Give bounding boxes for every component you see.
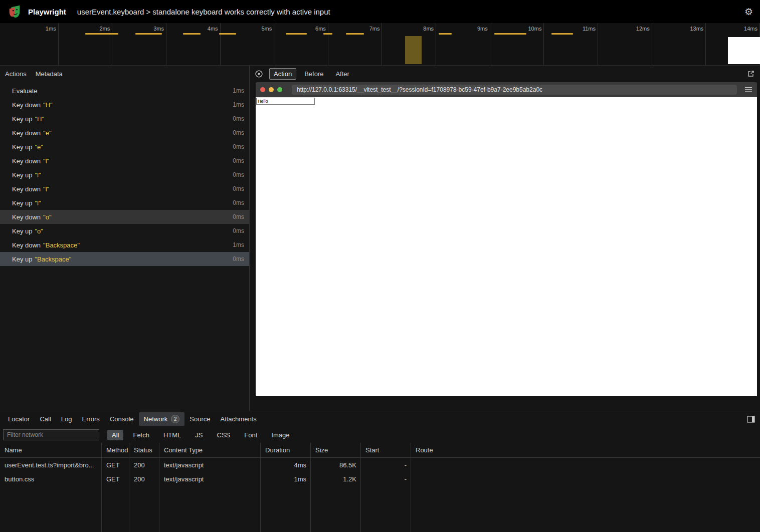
timeline-tick-label: 12ms: [636, 26, 650, 32]
timeline-cell[interactable]: 7ms: [328, 23, 383, 65]
snapshot-tab-action[interactable]: Action: [269, 68, 296, 80]
network-request-row[interactable]: button.cssGET200text/javascript1ms1.2K-: [0, 472, 760, 486]
action-duration: 1ms: [233, 101, 244, 108]
timeline-selected-range[interactable]: [405, 36, 422, 64]
tab-console[interactable]: Console: [105, 413, 139, 425]
snapshot-tab-before[interactable]: Before: [300, 69, 327, 79]
action-list-item[interactable]: Key up"l"0ms: [0, 168, 249, 182]
timeline-action-marker: [219, 33, 236, 35]
timeline-cell[interactable]: 6ms: [274, 23, 328, 65]
action-list-item[interactable]: Evaluate1ms: [0, 84, 249, 98]
timeline-cell[interactable]: 10ms: [490, 23, 544, 65]
column-header-name[interactable]: Name: [0, 443, 102, 457]
action-list-item[interactable]: Key up"l"0ms: [0, 196, 249, 210]
tab-call[interactable]: Call: [35, 413, 56, 425]
tab-source[interactable]: Source: [184, 413, 215, 425]
timeline-cell[interactable]: 11ms: [544, 23, 598, 65]
action-duration: 0ms: [233, 143, 244, 150]
action-key-value: "Backspace": [43, 241, 80, 249]
filter-css[interactable]: CSS: [213, 430, 235, 440]
timeline-cell[interactable]: 9ms: [436, 23, 490, 65]
column-header-size[interactable]: Size: [311, 443, 361, 457]
pick-locator-target-icon[interactable]: [255, 70, 263, 78]
page-text-input[interactable]: [256, 98, 315, 105]
column-header-status[interactable]: Status: [129, 443, 159, 457]
tab-label: Errors: [82, 415, 99, 423]
action-list-item[interactable]: Key up"Backspace"0ms: [0, 252, 249, 266]
action-label: Key down: [12, 101, 41, 109]
action-list-item[interactable]: Key down"l"0ms: [0, 154, 249, 168]
tab-metadata[interactable]: Metadata: [35, 69, 64, 79]
settings-gear-icon[interactable]: ⚙: [744, 7, 753, 17]
tab-network[interactable]: Network2: [139, 412, 185, 426]
panel-layout-toggle-icon[interactable]: [747, 416, 755, 423]
tab-locator[interactable]: Locator: [3, 413, 35, 425]
timeline-cell[interactable]: 5ms: [221, 23, 275, 65]
action-list-item[interactable]: Key down"H"1ms: [0, 98, 249, 112]
actions-panel: Actions Metadata Evaluate1msKey down"H"1…: [0, 66, 250, 411]
action-label: Key down: [12, 241, 41, 249]
column-header-content-type[interactable]: Content Type: [159, 443, 261, 457]
timeline[interactable]: 1ms2ms3ms4ms5ms6ms7ms8ms9ms10ms11ms12ms1…: [0, 23, 760, 66]
action-key-value: "e": [43, 129, 51, 137]
tab-actions[interactable]: Actions: [4, 69, 28, 79]
action-key-value: "l": [43, 157, 49, 165]
action-list-item[interactable]: Key up"e"0ms: [0, 140, 249, 154]
column-header-route[interactable]: Route: [411, 443, 760, 457]
timeline-cell[interactable]: 12ms: [598, 23, 652, 65]
cell-method: GET: [102, 472, 129, 486]
action-list-item[interactable]: Key down"Backspace"1ms: [0, 238, 249, 252]
action-duration: 0ms: [233, 157, 244, 164]
action-label: Key down: [12, 213, 41, 221]
network-request-row[interactable]: userEvent.test.ts?import&bro...GET200tex…: [0, 458, 760, 472]
tab-label: Console: [110, 415, 134, 423]
action-list-item[interactable]: Key down"o"0ms: [0, 210, 249, 224]
column-header-start[interactable]: Start: [361, 443, 411, 457]
timeline-cell[interactable]: 13ms: [652, 23, 706, 65]
filter-fetch[interactable]: Fetch: [128, 430, 154, 440]
cell-start: -: [361, 458, 411, 472]
timeline-action-marker: [286, 33, 307, 35]
filter-all[interactable]: All: [107, 430, 123, 440]
address-bar: http://127.0.0.1:63315/__vitest_test__/?…: [292, 85, 737, 95]
timeline-cell[interactable]: 3ms: [112, 23, 166, 65]
action-label: Key down: [12, 157, 41, 165]
filter-image[interactable]: Image: [267, 430, 294, 440]
tab-errors[interactable]: Errors: [77, 413, 104, 425]
snapshot-tab-after[interactable]: After: [331, 69, 353, 79]
action-list-item[interactable]: Key down"l"0ms: [0, 182, 249, 196]
network-count-badge: 2: [171, 415, 179, 423]
tab-log[interactable]: Log: [56, 413, 77, 425]
cell-name: userEvent.test.ts?import&bro...: [0, 458, 102, 472]
action-duration: 0ms: [233, 227, 244, 234]
open-external-icon[interactable]: [747, 70, 755, 78]
column-header-method[interactable]: Method: [102, 443, 129, 457]
action-key-value: "l": [35, 199, 41, 207]
timeline-action-marker: [551, 33, 573, 35]
snapshot-page[interactable]: [256, 97, 757, 396]
timeline-action-marker: [183, 33, 201, 35]
timeline-action-marker: [85, 33, 118, 35]
browser-snapshot: http://127.0.0.1:63315/__vitest_test__/?…: [256, 82, 757, 396]
main-split: Actions Metadata Evaluate1msKey down"H"1…: [0, 66, 760, 411]
timeline-cell[interactable]: 2ms: [59, 23, 113, 65]
playwright-logo-icon: [7, 4, 22, 19]
browser-chrome: http://127.0.0.1:63315/__vitest_test__/?…: [256, 82, 757, 97]
timeline-cell[interactable]: 1ms: [5, 23, 59, 65]
tab-attachments[interactable]: Attachments: [215, 413, 261, 425]
network-filter-row: AllFetchHTMLJSCSSFontImage: [0, 427, 760, 443]
filter-font[interactable]: Font: [240, 430, 262, 440]
action-list-item[interactable]: Key up"o"0ms: [0, 224, 249, 238]
action-label: Key up: [12, 255, 32, 263]
column-header-duration[interactable]: Duration: [261, 443, 311, 457]
filter-js[interactable]: JS: [191, 430, 207, 440]
network-filter-input[interactable]: [3, 429, 99, 440]
timeline-cell[interactable]: 4ms: [166, 23, 221, 65]
cell-name: button.css: [0, 472, 102, 486]
action-duration: 0ms: [233, 171, 244, 178]
filter-html[interactable]: HTML: [159, 430, 185, 440]
action-list-item[interactable]: Key down"e"0ms: [0, 126, 249, 140]
bottom-panel: LocatorCallLogErrorsConsoleNetwork2Sourc…: [0, 411, 760, 532]
action-list-item[interactable]: Key up"H"0ms: [0, 112, 249, 126]
network-table: NameMethodStatusContent TypeDurationSize…: [0, 443, 760, 532]
